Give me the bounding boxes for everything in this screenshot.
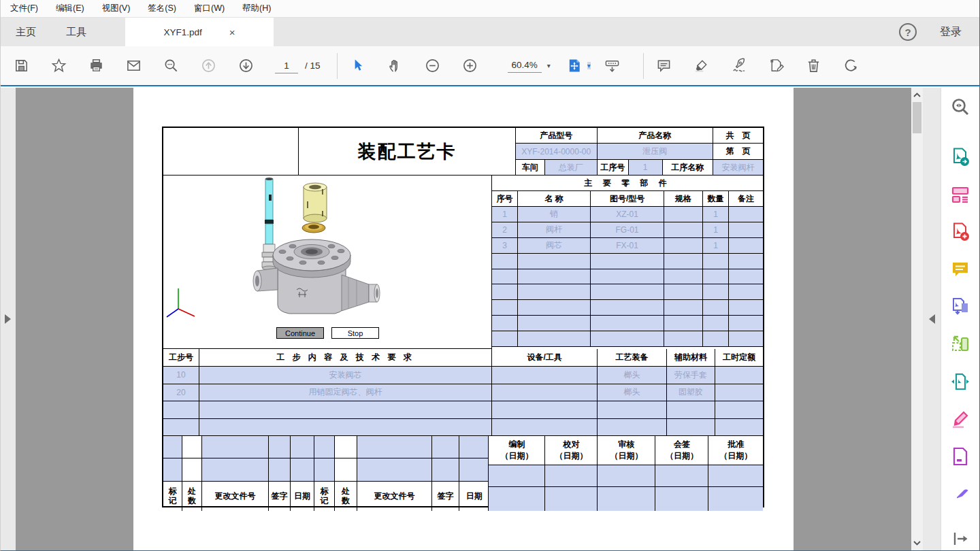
parts-cell: 1 xyxy=(492,207,518,222)
revision-row-empty xyxy=(163,436,489,458)
zoom-level-input[interactable]: 60.4% xyxy=(508,59,542,73)
revision-col-date: 日期 xyxy=(291,482,314,511)
next-page-button[interactable] xyxy=(238,58,254,74)
revision-col-date: 日期 xyxy=(459,482,489,511)
hand-tool-button[interactable] xyxy=(387,58,404,74)
fill-sign-button[interactable] xyxy=(768,58,785,74)
convert-files-button[interactable] xyxy=(949,295,972,318)
menu-sign[interactable]: 签名(S) xyxy=(148,3,176,14)
stop-button[interactable]: Stop xyxy=(331,327,379,339)
vertical-scrollbar[interactable] xyxy=(911,88,923,550)
approval-col-checked: 校对 xyxy=(555,439,587,450)
zoom-out-button[interactable] xyxy=(425,58,441,74)
parts-cell xyxy=(664,207,703,222)
delete-button[interactable] xyxy=(806,58,822,74)
menu-help[interactable]: 帮助(H) xyxy=(242,3,271,14)
sign-button[interactable] xyxy=(731,58,747,74)
page-no-label: 第 页 xyxy=(713,144,763,160)
menu-edit[interactable]: 编辑(E) xyxy=(56,3,84,14)
scrollbar-thumb[interactable] xyxy=(913,102,921,133)
collapse-right-panel-icon[interactable] xyxy=(929,314,935,324)
parts-cell xyxy=(729,207,763,222)
tab-home[interactable]: 主页 xyxy=(1,18,51,46)
save-button[interactable] xyxy=(13,58,29,74)
tab-document[interactable]: XYF1.pdf × xyxy=(125,18,274,46)
page-total-label: / 15 xyxy=(305,61,321,71)
scroll-down-icon[interactable] xyxy=(913,539,921,546)
envelope-icon xyxy=(126,58,142,73)
page-canvas: 装配工艺卡 产品型号 产品名称 共 页 XYF-2014-0000-00 泄压阀… xyxy=(16,88,911,550)
page-up-icon xyxy=(201,58,216,73)
menu-window[interactable]: 窗口(W) xyxy=(194,3,225,14)
more-tools-button[interactable] xyxy=(949,482,972,505)
prepare-form-button[interactable] xyxy=(949,445,972,468)
revision-col-mark: 标记 xyxy=(320,487,329,506)
hand-icon xyxy=(387,58,403,73)
tab-tools[interactable]: 工具 xyxy=(51,18,101,46)
fill-sign-tool-button[interactable] xyxy=(949,407,972,431)
close-tab-icon[interactable]: × xyxy=(229,27,235,37)
create-pdf-button[interactable] xyxy=(949,220,972,244)
zoom-dropdown-icon[interactable]: ▾ xyxy=(547,62,551,69)
parts-cell: 1 xyxy=(703,207,729,222)
approval-row-empty xyxy=(489,487,763,511)
compress-pdf-icon xyxy=(950,371,970,392)
zoom-in-button[interactable] xyxy=(462,58,478,74)
parts-cell: 1 xyxy=(703,238,729,254)
approval-table: 编制（日期） 校对（日期） 审核（日期） 会签（日期） 批准（日期） xyxy=(488,436,763,511)
comment-tool-icon xyxy=(950,259,970,280)
email-button[interactable] xyxy=(125,58,142,74)
parts-col-seq: 序号 xyxy=(492,191,518,207)
previous-page-button[interactable] xyxy=(200,58,216,74)
favorite-button[interactable] xyxy=(50,58,67,74)
parts-cell: FX-01 xyxy=(591,238,664,254)
revision-approval-band: 标记 处数 更改文件号 签字 日期 标记 处数 更改文件号 签字 日期 xyxy=(163,436,763,511)
sheet-header-band: 装配工艺卡 产品型号 产品名称 共 页 XYF-2014-0000-00 泄压阀… xyxy=(163,128,763,176)
find-button[interactable] xyxy=(163,58,179,74)
open-tools-panel-button[interactable] xyxy=(949,527,972,550)
steps-cell: 榔头 xyxy=(598,367,667,384)
select-tool-button[interactable] xyxy=(350,58,366,74)
highlight-button[interactable] xyxy=(693,58,710,74)
pages-total-label: 共 页 xyxy=(713,128,763,144)
parts-cell: 3 xyxy=(492,238,518,254)
approval-header-row: 编制（日期） 校对（日期） 审核（日期） 会签（日期） 批准（日期） xyxy=(489,436,763,465)
parts-col-drawing: 图号/型号 xyxy=(591,191,664,207)
comment-icon xyxy=(656,58,672,73)
pdf-page: 装配工艺卡 产品型号 产品名称 共 页 XYF-2014-0000-00 泄压阀… xyxy=(133,88,794,550)
scroll-up-icon[interactable] xyxy=(913,92,921,99)
revision-col-count: 处数 xyxy=(342,487,350,506)
continue-button[interactable]: Continue xyxy=(276,327,324,339)
left-panel-strip xyxy=(1,88,16,550)
comment-tool-button[interactable] xyxy=(949,258,972,281)
page-number-input[interactable]: 1 xyxy=(275,59,298,73)
steps-row-empty xyxy=(163,401,763,419)
parts-row-empty xyxy=(492,269,763,285)
minus-circle-icon xyxy=(425,58,440,73)
steps-cell: 20 xyxy=(163,384,199,402)
fit-page-dropdown-icon[interactable]: ▾ xyxy=(587,62,591,69)
scrolling-mode-button[interactable] xyxy=(604,58,621,74)
parts-col-name: 名 称 xyxy=(518,191,591,207)
highlighter-icon xyxy=(693,58,709,73)
steps-cell xyxy=(715,367,763,384)
menu-file[interactable]: 文件(F) xyxy=(10,3,38,14)
product-model-label: 产品型号 xyxy=(516,128,598,144)
expand-left-panel-icon[interactable] xyxy=(5,314,11,324)
parts-cell: 销 xyxy=(518,207,591,222)
comment-button[interactable] xyxy=(656,58,672,74)
login-button[interactable]: 登录 xyxy=(940,25,962,39)
fit-page-button[interactable] xyxy=(567,58,583,74)
edit-pdf-button[interactable] xyxy=(949,183,972,206)
compress-pdf-button[interactable] xyxy=(949,370,972,393)
print-button[interactable] xyxy=(88,58,104,74)
steps-col-aux: 辅助材料 xyxy=(667,349,715,367)
parts-cell xyxy=(664,222,703,238)
zoom-tools-button[interactable] xyxy=(949,96,972,119)
tab-bar: 主页 工具 XYF1.pdf × ? 登录 xyxy=(1,18,979,46)
menu-view[interactable]: 视图(V) xyxy=(102,3,131,14)
rotate-button[interactable] xyxy=(843,58,860,74)
help-icon[interactable]: ? xyxy=(899,23,917,41)
export-pdf-button[interactable] xyxy=(949,146,972,169)
organize-pages-button[interactable] xyxy=(949,333,972,356)
